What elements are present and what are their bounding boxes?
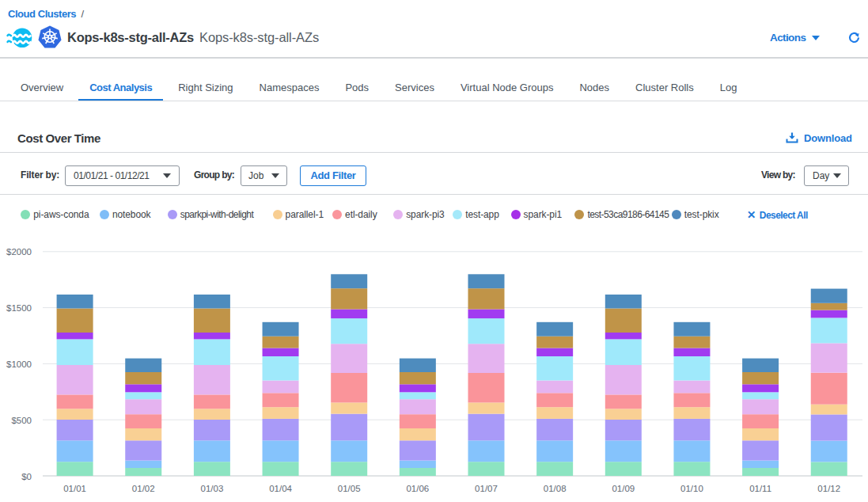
svg-text:$500: $500	[11, 416, 32, 425]
svg-text:01/04: 01/04	[269, 484, 292, 493]
svg-text:01/05: 01/05	[338, 484, 361, 493]
svg-text:01/06: 01/06	[406, 484, 429, 493]
svg-text:01/07: 01/07	[475, 484, 498, 493]
svg-text:01/10: 01/10	[680, 484, 703, 493]
svg-text:01/09: 01/09	[612, 484, 635, 493]
svg-text:$1500: $1500	[6, 303, 32, 313]
svg-text:01/08: 01/08	[544, 484, 567, 493]
svg-text:$2000: $2000	[6, 247, 32, 257]
svg-text:01/12: 01/12	[817, 484, 840, 493]
svg-text:$0: $0	[21, 472, 32, 481]
svg-text:01/03: 01/03	[201, 484, 224, 493]
svg-text:$1000: $1000	[6, 359, 32, 369]
svg-text:01/02: 01/02	[132, 484, 155, 493]
svg-text:01/01: 01/01	[63, 484, 86, 493]
svg-text:01/11: 01/11	[749, 484, 771, 493]
